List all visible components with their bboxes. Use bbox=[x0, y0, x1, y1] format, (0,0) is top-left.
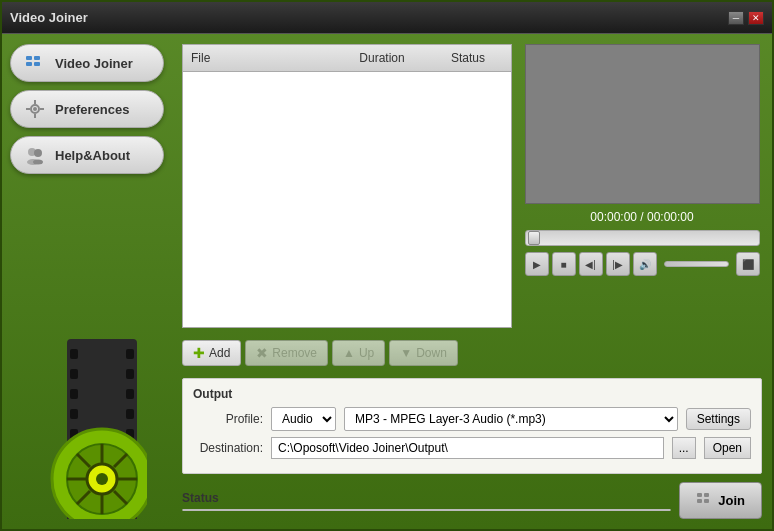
player-controls: ▶ ■ ◀| |▶ 🔊 ⬛ bbox=[525, 252, 760, 276]
sidebar-label-preferences: Preferences bbox=[55, 102, 129, 117]
svg-rect-3 bbox=[34, 62, 40, 66]
destination-label: Destination: bbox=[193, 441, 263, 455]
add-icon: ✚ bbox=[193, 345, 205, 361]
next-frame-button[interactable]: |▶ bbox=[606, 252, 630, 276]
up-button[interactable]: ▲ Up bbox=[332, 340, 385, 366]
svg-rect-45 bbox=[704, 493, 709, 497]
remove-button[interactable]: ✖ Remove bbox=[245, 340, 328, 366]
svg-rect-25 bbox=[126, 389, 134, 399]
svg-rect-17 bbox=[70, 389, 78, 399]
sidebar-item-help-about[interactable]: Help&About bbox=[10, 136, 164, 174]
join-button[interactable]: Join bbox=[679, 482, 762, 519]
sidebar-item-video-joiner[interactable]: Video Joiner bbox=[10, 44, 164, 82]
svg-point-34 bbox=[96, 473, 108, 485]
svg-rect-23 bbox=[126, 349, 134, 359]
volume-slider[interactable] bbox=[664, 261, 729, 267]
svg-rect-46 bbox=[704, 499, 709, 503]
window-controls: ─ ✕ bbox=[728, 11, 764, 25]
close-button[interactable]: ✕ bbox=[748, 11, 764, 25]
file-list-body[interactable] bbox=[183, 72, 511, 327]
fullscreen-button[interactable]: ⬛ bbox=[736, 252, 760, 276]
play-button[interactable]: ▶ bbox=[525, 252, 549, 276]
preferences-icon bbox=[23, 97, 47, 121]
seek-bar[interactable] bbox=[525, 230, 760, 246]
destination-row: Destination: ... Open bbox=[193, 437, 751, 459]
col-status-header: Status bbox=[425, 49, 511, 67]
svg-rect-15 bbox=[70, 349, 78, 359]
video-joiner-icon bbox=[23, 51, 47, 75]
settings-button[interactable]: Settings bbox=[686, 408, 751, 430]
down-icon: ▼ bbox=[400, 346, 412, 360]
help-about-icon bbox=[23, 143, 47, 167]
svg-point-13 bbox=[33, 160, 43, 165]
top-row: File Duration Status 00:00:00 / 00:00:00 bbox=[182, 44, 762, 328]
main-content: Video Joiner Preferences bbox=[2, 34, 772, 529]
stop-button[interactable]: ■ bbox=[552, 252, 576, 276]
status-row: Status Join bbox=[182, 482, 762, 519]
svg-point-11 bbox=[34, 149, 42, 157]
sidebar: Video Joiner Preferences bbox=[2, 34, 172, 529]
film-reel-decoration bbox=[7, 329, 162, 519]
destination-input[interactable] bbox=[271, 437, 664, 459]
title-bar: Video Joiner ─ ✕ bbox=[2, 2, 772, 34]
browse-button[interactable]: ... bbox=[672, 437, 696, 459]
sidebar-label-help-about: Help&About bbox=[55, 148, 130, 163]
svg-rect-1 bbox=[26, 62, 32, 66]
prev-frame-button[interactable]: ◀| bbox=[579, 252, 603, 276]
file-list-container: File Duration Status bbox=[182, 44, 512, 328]
time-display: 00:00:00 / 00:00:00 bbox=[590, 210, 693, 224]
svg-rect-2 bbox=[34, 56, 40, 60]
volume-button[interactable]: 🔊 bbox=[633, 252, 657, 276]
col-file-header: File bbox=[183, 49, 339, 67]
up-icon: ▲ bbox=[343, 346, 355, 360]
format-select[interactable]: MP3 - MPEG Layer-3 Audio (*.mp3) bbox=[344, 407, 678, 431]
svg-rect-0 bbox=[26, 56, 32, 60]
join-icon bbox=[696, 491, 712, 510]
sidebar-item-preferences[interactable]: Preferences bbox=[10, 90, 164, 128]
seek-bar-container bbox=[525, 230, 760, 246]
output-title: Output bbox=[193, 387, 751, 401]
remove-icon: ✖ bbox=[256, 345, 268, 361]
open-button[interactable]: Open bbox=[704, 437, 751, 459]
seek-thumb[interactable] bbox=[528, 231, 540, 245]
output-section: Output Profile: Audio MP3 - MPEG Layer-3… bbox=[182, 378, 762, 474]
profile-label: Profile: bbox=[193, 412, 263, 426]
minimize-button[interactable]: ─ bbox=[728, 11, 744, 25]
join-label: Join bbox=[718, 493, 745, 508]
svg-point-5 bbox=[33, 107, 37, 111]
window-title: Video Joiner bbox=[10, 10, 88, 25]
col-duration-header: Duration bbox=[339, 49, 425, 67]
svg-rect-24 bbox=[126, 369, 134, 379]
preview-panel: 00:00:00 / 00:00:00 ▶ ■ ◀| |▶ 🔊 ⬛ bbox=[522, 44, 762, 328]
down-button[interactable]: ▼ Down bbox=[389, 340, 458, 366]
svg-rect-44 bbox=[697, 499, 702, 503]
toolbar: ✚ Add ✖ Remove ▲ Up ▼ Down bbox=[182, 336, 762, 370]
add-button[interactable]: ✚ Add bbox=[182, 340, 241, 366]
preview-screen bbox=[525, 44, 760, 204]
svg-rect-26 bbox=[126, 409, 134, 419]
svg-rect-43 bbox=[697, 493, 702, 497]
profile-select[interactable]: Audio bbox=[271, 407, 336, 431]
svg-rect-18 bbox=[70, 409, 78, 419]
sidebar-label-video-joiner: Video Joiner bbox=[55, 56, 133, 71]
file-list-header: File Duration Status bbox=[183, 45, 511, 72]
svg-rect-16 bbox=[70, 369, 78, 379]
status-progress-bar bbox=[182, 509, 671, 511]
status-title: Status bbox=[182, 491, 671, 505]
right-panel: File Duration Status 00:00:00 / 00:00:00 bbox=[172, 34, 772, 529]
profile-row: Profile: Audio MP3 - MPEG Layer-3 Audio … bbox=[193, 407, 751, 431]
main-window: Video Joiner ─ ✕ Video Joiner bbox=[0, 0, 774, 531]
